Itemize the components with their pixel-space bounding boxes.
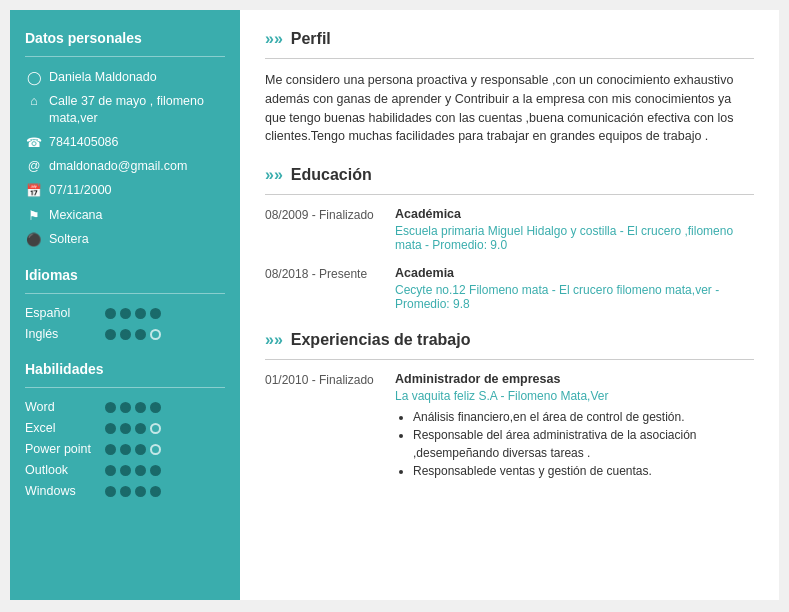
skill-row-windows: Windows bbox=[25, 484, 225, 498]
educacion-divider bbox=[265, 194, 754, 195]
sidebar-divider-3 bbox=[25, 387, 225, 388]
dot-1 bbox=[105, 308, 116, 319]
languages-title: Idiomas bbox=[25, 267, 225, 283]
phone-item: ☎ 7841405086 bbox=[25, 134, 225, 150]
name-text: Daniela Maldonado bbox=[49, 69, 157, 85]
status-item: ⚫ Soltera bbox=[25, 231, 225, 247]
exp-bullets-1: Análisis financiero,en el área de contro… bbox=[395, 408, 754, 480]
dot-4 bbox=[150, 465, 161, 476]
perfil-divider bbox=[265, 58, 754, 59]
dot-1 bbox=[105, 329, 116, 340]
educacion-header: »» Educación bbox=[265, 166, 754, 184]
skill-row-outlook: Outlook bbox=[25, 463, 225, 477]
sidebar-divider-2 bbox=[25, 293, 225, 294]
dot-1 bbox=[105, 402, 116, 413]
email-item: @ dmaldonado@gmail.com bbox=[25, 158, 225, 174]
dots-ingles bbox=[105, 329, 161, 340]
email-icon: @ bbox=[25, 159, 43, 173]
person-icon: ◯ bbox=[25, 70, 43, 85]
dots-word bbox=[105, 402, 161, 413]
dot-4 bbox=[150, 444, 161, 455]
edu-subtitle-1: Escuela primaria Miguel Hidalgo y costil… bbox=[395, 224, 754, 252]
dot-2 bbox=[120, 465, 131, 476]
dot-3 bbox=[135, 465, 146, 476]
birthdate-item: 📅 07/11/2000 bbox=[25, 182, 225, 198]
skill-windows: Windows bbox=[25, 484, 105, 498]
phone-text: 7841405086 bbox=[49, 134, 119, 150]
lang-espanol: Español bbox=[25, 306, 105, 320]
edu-content-2: Academia Cecyte no.12 Filomeno mata - El… bbox=[395, 266, 754, 311]
educacion-section: »» Educación 08/2009 - Finalizado Académ… bbox=[265, 166, 754, 311]
skills-title: Habilidades bbox=[25, 361, 225, 377]
experiencia-header: »» Experiencias de trabajo bbox=[265, 331, 754, 349]
dot-3 bbox=[135, 486, 146, 497]
exp-title-1: Administrador de empresas bbox=[395, 372, 754, 386]
skill-powerpoint: Power point bbox=[25, 442, 105, 456]
skill-row-word: Word bbox=[25, 400, 225, 414]
status-text: Soltera bbox=[49, 231, 89, 247]
dot-3 bbox=[135, 402, 146, 413]
dot-2 bbox=[120, 308, 131, 319]
nationality-text: Mexicana bbox=[49, 207, 103, 223]
dot-1 bbox=[105, 444, 116, 455]
dot-1 bbox=[105, 465, 116, 476]
sidebar-divider-1 bbox=[25, 56, 225, 57]
lang-ingles: Inglés bbox=[25, 327, 105, 341]
exp-content-1: Administrador de empresas La vaquita fel… bbox=[395, 372, 754, 480]
dot-2 bbox=[120, 402, 131, 413]
dot-3 bbox=[135, 444, 146, 455]
dot-4 bbox=[150, 308, 161, 319]
experiencia-title: Experiencias de trabajo bbox=[291, 331, 471, 349]
edu-row-2: 08/2018 - Presente Academia Cecyte no.12… bbox=[265, 266, 754, 311]
dot-1 bbox=[105, 423, 116, 434]
dot-4 bbox=[150, 329, 161, 340]
perfil-text: Me considero una persona proactiva y res… bbox=[265, 71, 754, 146]
perfil-icon: »» bbox=[265, 30, 283, 48]
dots-outlook bbox=[105, 465, 161, 476]
dot-2 bbox=[120, 329, 131, 340]
dot-3 bbox=[135, 329, 146, 340]
sidebar: Datos personales ◯ Daniela Maldonado ⌂ C… bbox=[10, 10, 240, 600]
flag-icon: ⚑ bbox=[25, 208, 43, 223]
name-item: ◯ Daniela Maldonado bbox=[25, 69, 225, 85]
skills-section: Habilidades Word Excel bbox=[25, 361, 225, 498]
edu-title-1: Académica bbox=[395, 207, 754, 221]
educacion-title: Educación bbox=[291, 166, 372, 184]
languages-section: Idiomas Español Inglés bbox=[25, 267, 225, 341]
dot-2 bbox=[120, 423, 131, 434]
bullet-3: Responsablede ventas y gestión de cuenta… bbox=[413, 462, 754, 480]
email-text: dmaldonado@gmail.com bbox=[49, 158, 187, 174]
birthdate-text: 07/11/2000 bbox=[49, 182, 112, 198]
dots-espanol bbox=[105, 308, 161, 319]
dot-4 bbox=[150, 486, 161, 497]
dots-powerpoint bbox=[105, 444, 161, 455]
edu-content-1: Académica Escuela primaria Miguel Hidalg… bbox=[395, 207, 754, 252]
exp-company-1: La vaquita feliz S.A - Filomeno Mata,Ver bbox=[395, 389, 754, 403]
perfil-title: Perfil bbox=[291, 30, 331, 48]
edu-subtitle-2: Cecyte no.12 Filomeno mata - El crucero … bbox=[395, 283, 754, 311]
educacion-icon: »» bbox=[265, 166, 283, 184]
edu-date-1: 08/2009 - Finalizado bbox=[265, 207, 395, 252]
dot-3 bbox=[135, 308, 146, 319]
dot-4 bbox=[150, 423, 161, 434]
resume-container: Datos personales ◯ Daniela Maldonado ⌂ C… bbox=[10, 10, 779, 600]
lang-row-espanol: Español bbox=[25, 306, 225, 320]
dot-2 bbox=[120, 486, 131, 497]
address-text: Calle 37 de mayo , filomeno mata,ver bbox=[49, 93, 225, 126]
perfil-section: »» Perfil Me considero una persona proac… bbox=[265, 30, 754, 146]
dots-excel bbox=[105, 423, 161, 434]
experiencia-section: »» Experiencias de trabajo 01/2010 - Fin… bbox=[265, 331, 754, 480]
dot-4 bbox=[150, 402, 161, 413]
perfil-header: »» Perfil bbox=[265, 30, 754, 48]
phone-icon: ☎ bbox=[25, 135, 43, 150]
nationality-item: ⚑ Mexicana bbox=[25, 207, 225, 223]
bullet-1: Análisis financiero,en el área de contro… bbox=[413, 408, 754, 426]
status-icon: ⚫ bbox=[25, 232, 43, 247]
home-icon: ⌂ bbox=[25, 94, 43, 108]
skill-word: Word bbox=[25, 400, 105, 414]
main-content: »» Perfil Me considero una persona proac… bbox=[240, 10, 779, 600]
dot-3 bbox=[135, 423, 146, 434]
experiencia-divider bbox=[265, 359, 754, 360]
exp-date-1: 01/2010 - Finalizado bbox=[265, 372, 395, 480]
bullet-2: Responsable del área administrativa de l… bbox=[413, 426, 754, 462]
